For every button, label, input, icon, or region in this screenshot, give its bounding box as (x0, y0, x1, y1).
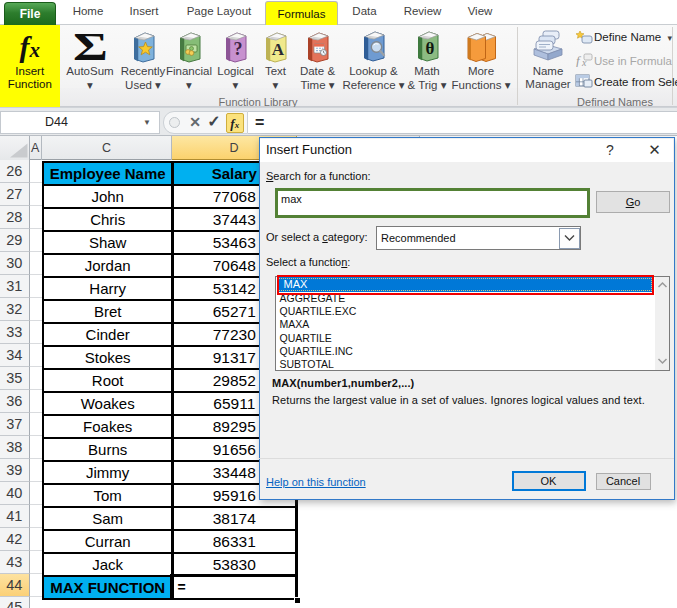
svg-text:θ: θ (425, 39, 434, 58)
svg-text:A: A (272, 39, 285, 58)
svg-text:?: ? (234, 39, 243, 59)
